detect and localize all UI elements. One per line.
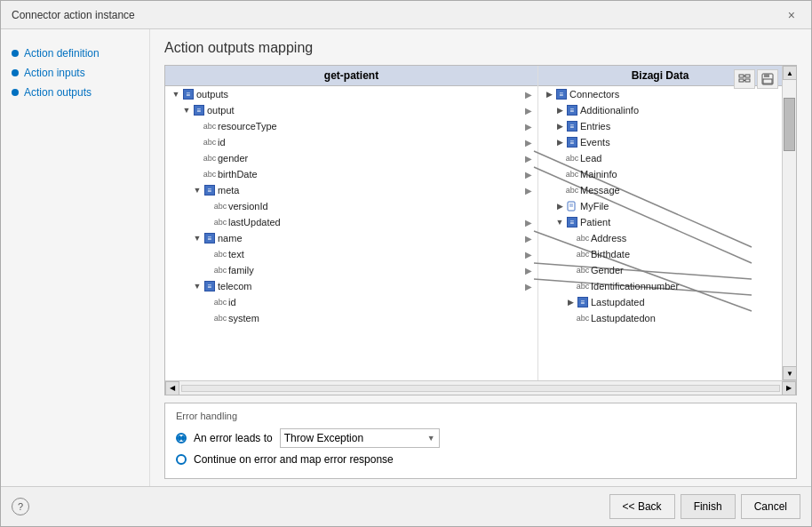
expand-icon[interactable]: ▼ bbox=[192, 185, 203, 196]
abc-icon: abc bbox=[203, 136, 216, 148]
expand-icon[interactable]: ▶ bbox=[565, 297, 576, 307]
tree-row: ▶ abc system bbox=[165, 310, 537, 326]
finish-button[interactable]: Finish bbox=[681, 494, 736, 519]
back-button[interactable]: << Back bbox=[609, 494, 675, 519]
expand-icon[interactable]: ▶ bbox=[554, 105, 565, 116]
node-label: Identificationnumber bbox=[591, 281, 679, 291]
node-label: Lastupdatedon bbox=[591, 313, 656, 323]
save-button[interactable] bbox=[757, 69, 778, 89]
expand-icon[interactable]: ▼ bbox=[192, 281, 203, 291]
tree-row: ▼ ≡ name ▶ bbox=[165, 230, 537, 246]
tree-row: ▼ ≡ outputs ▶ bbox=[165, 86, 537, 102]
error-option2-label: Continue on error and map error response bbox=[194, 453, 394, 466]
node-label: Message bbox=[580, 185, 620, 196]
node-label: Connectors bbox=[569, 89, 619, 100]
dropdown-value: Throw Exception bbox=[284, 432, 363, 444]
arrow-icon: ▶ bbox=[525, 138, 532, 148]
tree-row: ▼ ≡ output ▶ bbox=[165, 102, 537, 118]
dialog-footer: ? << Back Finish Cancel bbox=[1, 486, 811, 526]
scroll-left-button[interactable]: ◀ bbox=[165, 381, 179, 395]
sidebar-item-label: Action definition bbox=[24, 47, 100, 60]
tree-row: ▼ ≡ Patient bbox=[538, 214, 782, 230]
table-icon: ≡ bbox=[193, 104, 205, 116]
error-option2-radio[interactable] bbox=[176, 454, 187, 465]
arrow-icon: ▶ bbox=[525, 170, 532, 180]
cancel-button[interactable]: Cancel bbox=[741, 494, 800, 519]
tree-row: ▶ abc Lastupdatedon bbox=[538, 310, 782, 326]
sidebar-item-action-inputs[interactable]: Action inputs bbox=[12, 63, 139, 83]
arrow-icon: ▶ bbox=[525, 218, 532, 228]
arrow-icon: ▶ bbox=[525, 90, 532, 100]
expand-icon[interactable]: ▶ bbox=[554, 201, 565, 212]
auto-map-button[interactable] bbox=[734, 69, 755, 89]
hscroll-track bbox=[181, 385, 780, 392]
sidebar-item-label: Action inputs bbox=[24, 67, 85, 79]
expand-icon[interactable]: ▼ bbox=[181, 105, 192, 116]
left-tree-panel: get-patient ▼ ≡ outputs ▶ ▼ ≡ bbox=[165, 66, 538, 380]
tree-row: ▶ abc gender ▶ bbox=[165, 150, 537, 166]
scroll-thumb[interactable] bbox=[784, 98, 795, 151]
help-button[interactable]: ? bbox=[12, 498, 29, 515]
tree-row: ▶ abc lastUpdated ▶ bbox=[165, 214, 537, 230]
node-label: system bbox=[228, 313, 259, 323]
table-icon: ≡ bbox=[203, 184, 216, 196]
tree-row: ▶ abc id ▶ bbox=[165, 134, 537, 150]
abc-icon: abc bbox=[214, 200, 227, 212]
sidebar-item-action-outputs[interactable]: Action outputs bbox=[12, 83, 139, 102]
node-label: Patient bbox=[580, 217, 610, 228]
tree-row: ▶ abc Identificationnumber bbox=[538, 278, 782, 294]
table-icon: ≡ bbox=[203, 232, 216, 244]
expand-icon[interactable]: ▶ bbox=[554, 121, 565, 132]
svg-rect-2 bbox=[739, 79, 744, 82]
expand-icon[interactable]: ▼ bbox=[171, 89, 181, 100]
scroll-up-button[interactable]: ▲ bbox=[783, 66, 797, 80]
dialog: Connector action instance × Action defin… bbox=[0, 0, 812, 527]
abc-icon: abc bbox=[577, 312, 589, 324]
scroll-track bbox=[783, 80, 796, 366]
dropdown-arrow-icon: ▼ bbox=[427, 434, 435, 443]
tree-row: ▶ abc Birthdate bbox=[538, 246, 782, 262]
sidebar: Action definition Action inputs Action o… bbox=[1, 29, 150, 486]
svg-rect-8 bbox=[763, 79, 772, 84]
expand-icon[interactable]: ▶ bbox=[554, 137, 565, 148]
dialog-title: Connector action instance bbox=[12, 9, 135, 21]
table-icon: ≡ bbox=[555, 88, 568, 100]
tree-row: ▶ abc Address bbox=[538, 230, 782, 246]
expand-icon[interactable]: ▼ bbox=[192, 233, 203, 244]
expand-icon[interactable]: ▶ bbox=[544, 89, 554, 100]
arrow-icon: ▶ bbox=[525, 282, 532, 291]
tree-row: ▶ abc birthDate ▶ bbox=[165, 166, 537, 182]
expand-icon[interactable]: ▼ bbox=[554, 217, 565, 228]
node-label: name bbox=[218, 233, 243, 244]
tree-row: ▶ abc Lead bbox=[538, 150, 782, 166]
abc-icon: abc bbox=[214, 248, 227, 260]
arrow-icon: ▶ bbox=[525, 154, 532, 164]
node-label: outputs bbox=[196, 89, 228, 100]
scroll-down-button[interactable]: ▼ bbox=[783, 366, 797, 380]
tree-row: ▶ abc text ▶ bbox=[165, 246, 537, 262]
node-label: Address bbox=[591, 233, 626, 244]
error-handling-title: Error handling bbox=[176, 411, 785, 421]
abc-icon: abc bbox=[214, 216, 227, 228]
mapping-toolbar bbox=[734, 69, 778, 89]
tree-row: ▶ ≡ Events bbox=[538, 134, 782, 150]
arrow-icon: ▶ bbox=[525, 122, 532, 132]
abc-icon: abc bbox=[566, 152, 578, 164]
tree-row: ▶ abc resourceType ▶ bbox=[165, 118, 537, 134]
scroll-right-button[interactable]: ▶ bbox=[782, 381, 796, 395]
node-label: gender bbox=[218, 153, 248, 164]
node-label: text bbox=[228, 249, 244, 260]
sidebar-item-action-definition[interactable]: Action definition bbox=[12, 44, 139, 63]
throw-exception-dropdown[interactable]: Throw Exception ▼ bbox=[280, 428, 440, 448]
node-label: Events bbox=[580, 137, 610, 148]
error-option1-radio[interactable] bbox=[176, 433, 187, 443]
tree-row: ▶ ≡ Additionalinfo bbox=[538, 102, 782, 118]
vertical-scrollbar[interactable]: ▲ ▼ bbox=[782, 66, 796, 380]
close-button[interactable]: × bbox=[783, 6, 800, 24]
abc-icon: abc bbox=[577, 280, 589, 292]
error-option1-row: An error leads to Throw Exception ▼ bbox=[176, 428, 785, 448]
tree-row: ▶ abc versionId bbox=[165, 198, 537, 214]
table-icon: ≡ bbox=[566, 120, 578, 132]
node-label: telecom bbox=[218, 281, 252, 291]
abc-icon: abc bbox=[577, 248, 589, 260]
